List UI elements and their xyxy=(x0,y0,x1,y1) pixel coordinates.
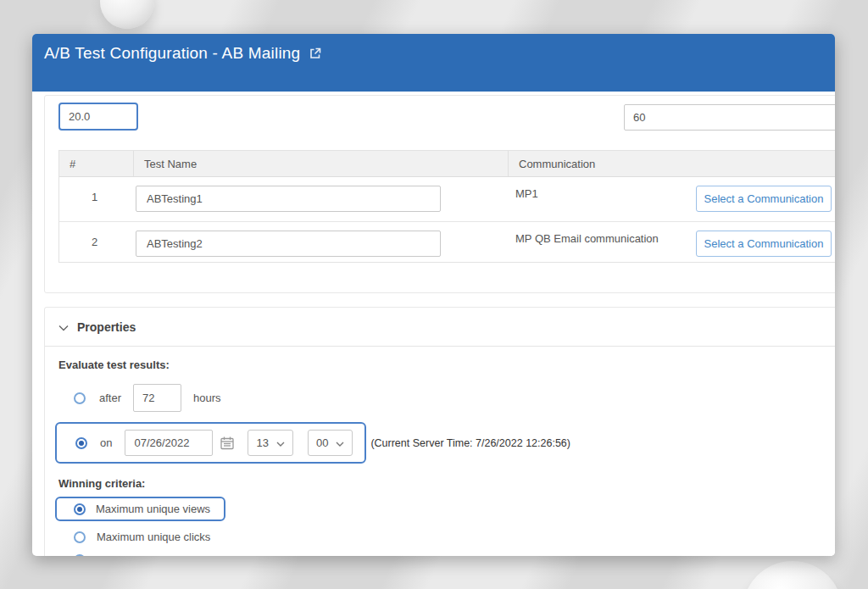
test-name-input[interactable] xyxy=(136,186,441,212)
hours-label: hours xyxy=(193,392,221,404)
top-right-value-input[interactable] xyxy=(624,104,835,131)
select-communication-button[interactable]: Select a Communication xyxy=(696,186,832,212)
table-row: 2 MP QB Email communication Select a Com… xyxy=(59,222,835,262)
table-row: 1 MP1 Select a Communication xyxy=(59,177,835,222)
desktop-background: A/B Test Configuration - AB Mailing # Te… xyxy=(0,0,868,589)
properties-section-toggle[interactable]: Properties xyxy=(45,308,835,347)
dialog-header: A/B Test Configuration - AB Mailing xyxy=(32,34,835,92)
test-setup-panel: # Test Name Communication 1 MP1 Select a… xyxy=(44,95,835,293)
on-date-radio[interactable] xyxy=(75,437,87,449)
winning-option-max-unique-clicks: Maximum unique clicks xyxy=(74,531,835,543)
hour-select[interactable]: 13 xyxy=(248,430,292,456)
winning-option-min-unique-complaints: Minimum unique complaints xyxy=(74,553,835,556)
column-header-test-name: Test Name xyxy=(134,151,509,176)
calendar-icon[interactable] xyxy=(220,436,235,451)
after-label: after xyxy=(99,392,121,404)
tests-table-header: # Test Name Communication xyxy=(59,151,835,177)
after-hours-radio[interactable] xyxy=(74,392,86,404)
on-datetime-option: on xyxy=(58,422,835,464)
sample-percentage-input[interactable] xyxy=(58,103,138,131)
after-hours-option: after hours xyxy=(58,383,835,413)
on-datetime-group: on xyxy=(55,422,366,464)
row-index: 1 xyxy=(59,177,134,221)
hour-select-value: 13 xyxy=(256,436,268,449)
max-unique-views-label: Maximum unique views xyxy=(96,503,210,515)
chevron-down-icon xyxy=(276,436,285,449)
row-index: 2 xyxy=(59,222,134,262)
min-unique-complaints-label: Minimum unique complaints xyxy=(97,553,233,556)
current-server-time-note: (Current Server Time: 7/26/2022 12:26:56… xyxy=(370,437,570,449)
max-unique-clicks-label: Maximum unique clicks xyxy=(97,531,210,543)
dialog-body: # Test Name Communication 1 MP1 Select a… xyxy=(32,92,835,556)
minute-select-value: 00 xyxy=(316,436,328,449)
max-unique-clicks-radio[interactable] xyxy=(74,531,86,543)
min-unique-complaints-radio[interactable] xyxy=(74,554,86,557)
max-unique-views-radio[interactable] xyxy=(74,503,86,515)
tests-table: # Test Name Communication 1 MP1 Select a… xyxy=(58,150,835,263)
chevron-down-icon xyxy=(336,436,344,449)
column-header-number: # xyxy=(59,151,134,176)
decorative-sphere xyxy=(743,561,843,589)
properties-body: Evaluate test results: after hours on xyxy=(45,347,835,556)
select-communication-button[interactable]: Select a Communication xyxy=(696,231,832,257)
hours-input[interactable] xyxy=(133,384,181,412)
properties-panel: Properties Evaluate test results: after … xyxy=(44,307,835,556)
dialog-title: A/B Test Configuration - AB Mailing xyxy=(44,44,300,63)
external-link-icon[interactable] xyxy=(309,47,322,64)
column-header-communication: Communication xyxy=(509,151,835,176)
test-name-input[interactable] xyxy=(136,231,441,257)
winning-option-max-unique-views[interactable]: Maximum unique views xyxy=(55,497,225,521)
properties-section-title: Properties xyxy=(77,320,136,334)
evaluate-test-results-label: Evaluate test results: xyxy=(58,358,835,371)
winning-criteria-label: Winning criteria: xyxy=(58,477,835,490)
decorative-sphere xyxy=(100,0,154,29)
minute-select[interactable]: 00 xyxy=(308,430,353,456)
ab-test-configuration-dialog: A/B Test Configuration - AB Mailing # Te… xyxy=(32,34,835,556)
date-input[interactable] xyxy=(125,430,213,456)
on-label: on xyxy=(100,436,112,449)
chevron-down-icon xyxy=(58,320,69,335)
